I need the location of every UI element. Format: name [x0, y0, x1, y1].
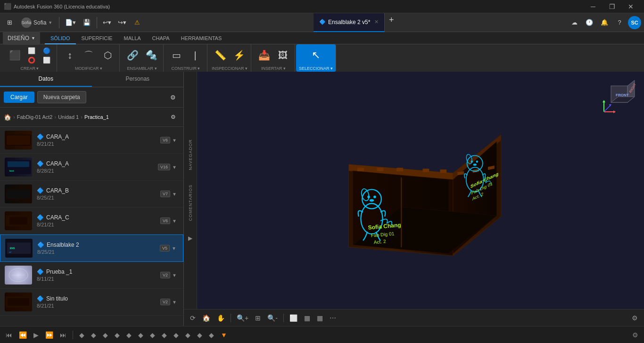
timeline-btn-6[interactable]: ◆: [136, 330, 145, 340]
file-item-ensalblake2[interactable]: ENS v5* 🔷 Ensalblake 2 8/25/21 V5 ▼: [0, 234, 183, 262]
clock-button[interactable]: 🕐: [583, 16, 596, 30]
ins-insert[interactable]: 📥: [255, 45, 273, 65]
axis-cube[interactable]: FRONT RIGHT: [602, 76, 639, 114]
cloud-button[interactable]: ☁: [568, 16, 581, 30]
timeline-btn-12[interactable]: ◆: [207, 330, 216, 340]
new-file-button[interactable]: 📄▾: [63, 16, 78, 30]
svg-point-38: [373, 195, 376, 198]
close-button[interactable]: ✕: [621, 0, 640, 13]
tab-personas[interactable]: Personas: [92, 72, 184, 87]
tab-malla[interactable]: MALLA: [118, 32, 147, 44]
tab-datos[interactable]: Datos: [0, 72, 92, 87]
file-menu-button[interactable]: ▼: [170, 245, 178, 252]
file-menu-button[interactable]: ▼: [170, 218, 179, 225]
play-next-button[interactable]: ⏩: [43, 330, 55, 340]
vp-zoom-in-button[interactable]: 🔍+: [234, 313, 251, 323]
create-box-button[interactable]: ⬜: [25, 46, 39, 55]
add-tab-button[interactable]: +: [385, 13, 398, 27]
mod-fillet[interactable]: ⌒: [80, 45, 98, 65]
vp-display-mode-button[interactable]: ⬜: [287, 313, 300, 323]
sel-select[interactable]: ↖: [304, 45, 328, 65]
create-sphere-button[interactable]: 🔵: [40, 46, 54, 55]
ins-measure[interactable]: 📏: [211, 45, 229, 65]
play-prev-button[interactable]: ⏪: [17, 330, 29, 340]
ins-interference[interactable]: ⚡: [230, 45, 248, 65]
help-button[interactable]: ?: [613, 16, 626, 30]
save-button[interactable]: 💾: [80, 16, 93, 30]
user-menu[interactable]: Sofia Sofia ▼: [18, 16, 56, 29]
breadcrumb-fabdig[interactable]: FabDig-01 Act2: [17, 114, 53, 120]
file-menu-button[interactable]: ▼: [170, 299, 179, 306]
tab-superficie[interactable]: SUPERFICIE: [76, 32, 118, 44]
timeline-btn-9[interactable]: ◆: [172, 330, 181, 340]
statusbar-settings-button[interactable]: ⚙: [630, 330, 640, 340]
file-type-icon: 🔷: [37, 187, 44, 194]
mod-chamfer[interactable]: ⬡: [99, 45, 116, 65]
play-button[interactable]: ▶: [32, 330, 41, 340]
file-item-cara-a1[interactable]: 🔷 CARA_A 8/21/21 V6 ▼: [0, 127, 183, 154]
bell-button[interactable]: 🔔: [598, 16, 611, 30]
con-plane[interactable]: ▭: [167, 45, 185, 65]
mod-press-pull[interactable]: ↕: [61, 45, 79, 65]
ens-joint[interactable]: 🔗: [124, 45, 141, 65]
vp-zoom-fit-button[interactable]: ⊞: [253, 313, 263, 323]
timeline-btn-3[interactable]: ◆: [101, 330, 110, 340]
timeline-marker[interactable]: ▼: [219, 330, 229, 340]
timeline-btn-5[interactable]: ◆: [124, 330, 133, 340]
active-tab[interactable]: 🔷 Ensalblake 2 v5* ✕: [314, 13, 385, 32]
create-sketch-button[interactable]: ⬛: [6, 45, 24, 65]
expand-icon[interactable]: ▶: [188, 235, 192, 242]
ens-rigid[interactable]: 🔩: [142, 45, 160, 65]
vp-home-button[interactable]: 🏠: [200, 313, 213, 323]
breadcrumb-settings-button[interactable]: ⚙: [166, 110, 180, 124]
vp-more-button[interactable]: ⋯: [327, 313, 339, 323]
viewport[interactable]: NAVEGADOR COMENTARIOS ▶: [184, 72, 644, 326]
file-item-cara-b[interactable]: 🔷 CARA_B 8/25/21 V7 ▼: [0, 181, 183, 208]
timeline-btn-10[interactable]: ◆: [183, 330, 192, 340]
file-item-sin-titulo[interactable]: 🔷 Sin titulo 8/21/21 V2 ▼: [0, 289, 183, 316]
tab-solido[interactable]: SÓLIDO: [45, 32, 76, 44]
sidebar-settings-button[interactable]: ⚙: [166, 90, 180, 104]
timeline-btn-1[interactable]: ◆: [77, 330, 86, 340]
timeline-btn-11[interactable]: ◆: [195, 330, 204, 340]
version-badge: V6: [160, 218, 170, 224]
con-axis[interactable]: |: [186, 45, 204, 65]
vp-view-cube-button[interactable]: ▦: [314, 313, 325, 323]
tab-close-button[interactable]: ✕: [374, 19, 379, 25]
ins-decal[interactable]: 🖼: [274, 45, 292, 65]
timeline-btn-7[interactable]: ◆: [148, 330, 157, 340]
undo-button[interactable]: ↩▾: [100, 16, 114, 30]
file-item-prueba1[interactable]: 🔷 Prueba _1 8/11/21 V2 ▼: [0, 262, 183, 289]
file-item-cara-c[interactable]: 🔷 CARA_C 8/21/21 V6 ▼: [0, 208, 183, 234]
play-end-button[interactable]: ⏭: [58, 330, 68, 340]
create-torus-button[interactable]: ⬜: [40, 56, 54, 64]
tab-herramientas[interactable]: HERRAMIENTAS: [175, 32, 228, 44]
create-cylinder-button[interactable]: ⭕: [25, 56, 39, 64]
user-avatar-badge[interactable]: SC: [628, 16, 641, 29]
nueva-carpeta-button[interactable]: Nueva carpeta: [37, 91, 86, 103]
vp-orbit-button[interactable]: ⟳: [188, 313, 198, 323]
vp-grid-button[interactable]: ▦: [302, 313, 313, 323]
redo-button[interactable]: ↪▾: [116, 16, 129, 30]
file-item-cara-a2[interactable]: text 🔷 CARA_A 8/28/21 V16 ▼: [0, 154, 183, 181]
timeline-btn-2[interactable]: ◆: [89, 330, 98, 340]
tab-chapa[interactable]: CHAPA: [147, 32, 175, 44]
vp-zoom-out-button[interactable]: 🔍-: [265, 313, 280, 323]
breadcrumb-home[interactable]: 🏠: [4, 114, 11, 121]
vp-settings-button[interactable]: ⚙: [629, 313, 640, 323]
timeline-btn-4[interactable]: ◆: [113, 330, 122, 340]
file-menu-button[interactable]: ▼: [170, 191, 179, 198]
play-start-button[interactable]: ⏮: [4, 330, 14, 340]
file-menu-button[interactable]: ▼: [170, 272, 179, 279]
warning-button[interactable]: ⚠: [131, 16, 144, 30]
file-menu-button[interactable]: ▼: [170, 137, 179, 144]
minimize-button[interactable]: ─: [584, 0, 603, 13]
breadcrumb-unidad[interactable]: Unidad 1: [58, 114, 79, 120]
restore-button[interactable]: ❐: [603, 0, 621, 13]
file-menu-button[interactable]: ▼: [170, 164, 179, 171]
vp-pan-button[interactable]: ✋: [215, 313, 227, 323]
grid-menu-button[interactable]: ⊞: [3, 16, 16, 30]
design-dropdown-button[interactable]: DISEÑO ▼: [3, 32, 40, 45]
timeline-btn-8[interactable]: ◆: [160, 330, 169, 340]
cargar-button[interactable]: Cargar: [4, 92, 34, 103]
